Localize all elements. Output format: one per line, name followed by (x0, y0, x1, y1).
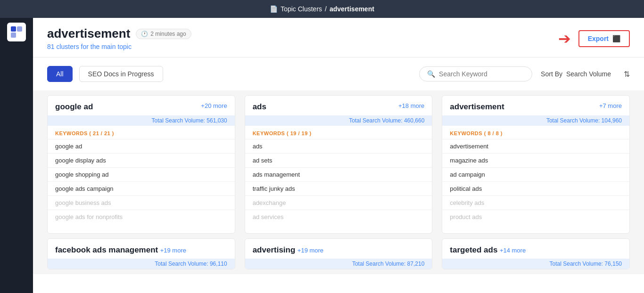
search-box: 🔍 (419, 66, 532, 81)
keyword-item: ads (245, 139, 432, 153)
bottom-card-volume: Total Search Volume: 87,210 (245, 259, 432, 269)
page-header: advertisement 🕐 2 minutes ago 81 cluster… (33, 18, 644, 57)
card-title: google ad (55, 102, 93, 112)
bottom-cards: facebook ads management +19 more Total S… (33, 238, 644, 274)
page-title: advertisement (47, 26, 130, 41)
sort-select[interactable]: Search Volume Keyword Count (566, 70, 620, 78)
clock-icon: 🕐 (141, 31, 148, 37)
bottom-card-volume: Total Search Volume: 96,110 (48, 259, 235, 269)
keywords-label: KEYWORDS ( 19 / 19 ) (245, 126, 432, 139)
bottom-card-title: advertising (253, 245, 296, 254)
cluster-count: 81 clusters for the main topic (47, 43, 191, 50)
header-left: advertisement 🕐 2 minutes ago 81 cluster… (47, 26, 191, 50)
bottom-card-header: facebook ads management +19 more (48, 239, 235, 259)
filter-seo-docs-button[interactable]: SEO Docs in Progress (79, 66, 163, 82)
bottom-card-more: +14 more (500, 247, 526, 254)
cards-grid: google ad +20 more Total Search Volume: … (33, 90, 644, 238)
svg-rect-1 (17, 26, 22, 32)
arrow-indicator: ➔ (558, 30, 571, 48)
sort-direction-icon[interactable]: ⇅ (624, 70, 630, 79)
card-header: ads +18 more (245, 96, 432, 115)
export-button[interactable]: Export ⬛ (578, 30, 630, 47)
search-area: 🔍 Sort By Search Volume Keyword Count ⇅ (419, 66, 630, 81)
svg-rect-2 (11, 33, 16, 38)
cluster-card: ads +18 more Total Search Volume: 460,66… (245, 95, 433, 234)
export-area: ➔ Export ⬛ (558, 30, 630, 48)
main-content: advertisement 🕐 2 minutes ago 81 cluster… (33, 18, 644, 293)
card-header: google ad +20 more (48, 96, 235, 115)
card-title: advertisement (450, 102, 504, 112)
bottom-card-volume: Total Search Volume: 76,150 (442, 259, 629, 269)
cluster-card: google ad +20 more Total Search Volume: … (47, 95, 235, 234)
keyword-item: ad campaign (442, 167, 629, 181)
card-volume: Total Search Volume: 561,030 (48, 115, 235, 126)
keyword-item: adexchange (245, 195, 432, 210)
keyword-item: google ad (48, 139, 235, 153)
keyword-item: celebrity ads (442, 195, 629, 210)
filter-all-button[interactable]: All (47, 66, 73, 82)
keyword-item: google business ads (48, 195, 235, 210)
keyword-item: google display ads (48, 153, 235, 167)
bottom-cluster-card: facebook ads management +19 more Total S… (47, 238, 235, 269)
filter-bar: All SEO Docs in Progress 🔍 Sort By Searc… (33, 57, 644, 90)
breadcrumb-icon: 📄 (270, 5, 278, 13)
svg-rect-0 (11, 26, 16, 32)
keyword-item: political ads (442, 181, 629, 195)
bottom-cluster-card: targeted ads +14 more Total Search Volum… (442, 238, 630, 269)
keywords-label: KEYWORDS ( 8 / 8 ) (442, 126, 629, 139)
card-more: +7 more (599, 102, 622, 109)
card-title: ads (253, 102, 266, 112)
search-input[interactable] (439, 70, 524, 78)
breadcrumb-separator: / (325, 5, 327, 13)
card-more: +20 more (201, 102, 227, 109)
keyword-item: google ads campaign (48, 181, 235, 195)
keyword-item: ad services (245, 210, 432, 224)
bottom-card-title: targeted ads (450, 245, 497, 254)
keyword-item: magazine ads (442, 153, 629, 167)
bottom-card-header: advertising +19 more (245, 239, 432, 259)
bottom-card-header: targeted ads +14 more (442, 239, 629, 259)
keyword-item: google shopping ad (48, 167, 235, 181)
export-icon: ⬛ (612, 35, 620, 42)
app-logo[interactable] (7, 23, 26, 41)
cluster-card: advertisement +7 more Total Search Volum… (442, 95, 630, 234)
breadcrumb-current: advertisement (330, 5, 374, 13)
keyword-item: ad sets (245, 153, 432, 167)
export-label: Export (588, 35, 609, 42)
sort-area: Sort By Search Volume Keyword Count ⇅ (541, 70, 630, 79)
timestamp-badge: 🕐 2 minutes ago (136, 29, 191, 39)
keyword-item: google ads for nonprofits (48, 210, 235, 224)
sort-by-label: Sort By (541, 70, 562, 78)
sidebar (0, 18, 33, 293)
keyword-item: advertisement (442, 139, 629, 153)
keyword-item: ads management (245, 167, 432, 181)
keywords-label: KEYWORDS ( 21 / 21 ) (48, 126, 235, 139)
keyword-item: traffic junky ads (245, 181, 432, 195)
card-header: advertisement +7 more (442, 96, 629, 115)
card-more: +18 more (398, 102, 424, 109)
card-volume: Total Search Volume: 460,660 (245, 115, 432, 126)
top-bar: 📄 Topic Clusters / advertisement (0, 0, 644, 18)
search-icon: 🔍 (427, 70, 435, 78)
bottom-cluster-card: advertising +19 more Total Search Volume… (245, 238, 433, 269)
breadcrumb-parent: Topic Clusters (281, 5, 322, 13)
bottom-card-more: +19 more (297, 247, 323, 254)
bottom-card-title: facebook ads management (55, 245, 158, 254)
card-volume: Total Search Volume: 104,960 (442, 115, 629, 126)
bottom-card-more: +19 more (160, 247, 186, 254)
keyword-item: product ads (442, 210, 629, 224)
